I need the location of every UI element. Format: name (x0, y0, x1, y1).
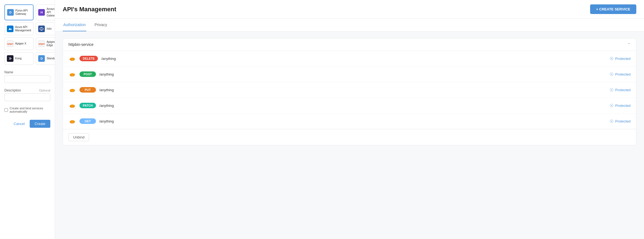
gateway-item-pyron[interactable]: D Pyron API Gateway (4, 4, 34, 20)
tabs-row: Authorization Privacy (55, 19, 644, 32)
endpoint-path-3: /anything (99, 104, 606, 108)
pyron-icon: D (7, 9, 14, 16)
cloud-icon-put (68, 86, 76, 94)
protected-badge-2: ☉ Protected (610, 87, 631, 93)
table-row: PATCH /anything ☉ Protected (63, 98, 636, 113)
apigee-x-icon: apigee (7, 40, 13, 47)
tab-privacy[interactable]: Privacy (94, 19, 108, 31)
service-card-header: httpbin-service ⌃ (63, 38, 636, 51)
shield-icon-1: ☉ (610, 72, 613, 77)
description-input[interactable] (4, 93, 50, 101)
table-row: GET /anything ☉ Protected (63, 113, 636, 129)
kong-icon (7, 55, 13, 62)
auto-bind-label: Create and bind services automatically (10, 107, 50, 113)
protected-label-4: Protected (615, 119, 631, 123)
gateway-label-amazon: Amazon API Gateway (46, 7, 55, 17)
endpoint-path-1: /anything (99, 72, 606, 76)
method-badge-put: PUT (79, 87, 96, 93)
auto-bind-checkbox[interactable] (4, 108, 8, 112)
cloud-icon-delete (68, 55, 76, 62)
method-badge-get: GET (79, 118, 96, 124)
svg-point-17 (70, 105, 75, 107)
shield-icon-4: ☉ (610, 119, 613, 124)
description-label: Description Optional (4, 88, 50, 92)
service-name: httpbin-service (68, 42, 93, 47)
standalone-icon: D (38, 55, 45, 62)
page-title: API's Management (63, 6, 116, 13)
gateway-label-pyron: Pyron API Gateway (15, 9, 31, 16)
left-panel: D Pyron API Gateway H Amazon API Gateway… (0, 0, 55, 239)
gateway-label-apigee-edge: Apigee Edge (46, 40, 55, 47)
protected-badge-0: ☉ Protected (610, 56, 631, 61)
name-label: Name (4, 70, 50, 74)
method-badge-delete: DELETE (79, 56, 98, 61)
cloud-icon-post (68, 70, 76, 78)
form-section: Name (4, 70, 50, 83)
azure-icon (7, 26, 13, 32)
unbind-button[interactable]: Unbind (68, 133, 89, 141)
gateway-item-standalone[interactable]: D Standalone (36, 52, 55, 65)
chevron-up-icon[interactable]: ⌃ (627, 42, 631, 47)
protected-badge-4: ☉ Protected (610, 119, 631, 124)
apigee-edge-icon: apigee (38, 40, 45, 47)
shield-icon-2: ☉ (610, 87, 613, 93)
gateway-label-azure: Azure API Management (15, 26, 31, 32)
table-row: POST /anything ☉ Protected (63, 66, 636, 82)
gateway-item-istio[interactable]: Istio (36, 23, 55, 35)
gateway-item-apigee-x[interactable]: apigee Apigee X (4, 37, 34, 50)
main-content: httpbin-service ⌃ DELETE /anything ☉ Pro… (55, 32, 644, 239)
checkbox-row: Create and bind services automatically (4, 107, 50, 113)
istio-icon (38, 26, 45, 32)
method-badge-patch: PATCH (79, 103, 96, 108)
description-section: Description Optional (4, 88, 50, 101)
service-card: httpbin-service ⌃ DELETE /anything ☉ Pro… (63, 38, 636, 145)
table-row: PUT /anything ☉ Protected (63, 82, 636, 98)
gateway-item-apigee-edge[interactable]: apigee Apigee Edge (36, 37, 55, 50)
cloud-icon-get (68, 117, 76, 125)
gateway-grid: D Pyron API Gateway H Amazon API Gateway… (4, 4, 50, 65)
shield-icon-3: ☉ (610, 103, 613, 108)
svg-point-21 (70, 120, 75, 123)
protected-label-0: Protected (615, 57, 631, 61)
gateway-label-istio: Istio (46, 27, 51, 30)
protected-badge-3: ☉ Protected (610, 103, 631, 108)
protected-badge-1: ☉ Protected (610, 72, 631, 77)
method-badge-post: POST (79, 71, 96, 77)
svg-point-9 (70, 73, 75, 76)
table-row: DELETE /anything ☉ Protected (63, 51, 636, 66)
cloud-icon-patch (68, 102, 76, 109)
gateway-label-apigee-x: Apigee X (15, 42, 26, 45)
protected-label-1: Protected (615, 72, 631, 76)
gateway-label-kong: Kong (15, 57, 21, 60)
gateway-item-azure[interactable]: Azure API Management (4, 23, 34, 35)
amazon-icon: H (38, 9, 45, 16)
form-actions: Cancel Create (4, 120, 50, 128)
gateway-item-kong[interactable]: Kong (4, 52, 34, 65)
endpoint-path-2: /anything (99, 88, 606, 92)
protected-label-3: Protected (615, 104, 631, 108)
create-service-button[interactable]: + CREATE SERVICE (590, 4, 636, 14)
tab-authorization[interactable]: Authorization (63, 19, 86, 31)
card-footer: Unbind (63, 129, 636, 145)
endpoint-path-0: /anything (101, 57, 606, 61)
create-button[interactable]: Create (30, 120, 50, 128)
svg-point-13 (70, 89, 75, 91)
name-input[interactable] (4, 75, 50, 83)
cancel-button[interactable]: Cancel (11, 120, 27, 128)
gateway-label-standalone: Standalone (46, 57, 55, 60)
shield-icon-0: ☉ (610, 56, 613, 61)
right-header: API's Management + CREATE SERVICE (55, 0, 644, 19)
gateway-item-amazon[interactable]: H Amazon API Gateway (36, 4, 55, 20)
right-panel: API's Management + CREATE SERVICE Author… (55, 0, 644, 239)
protected-label-2: Protected (615, 88, 631, 92)
endpoint-path-4: /anything (99, 119, 606, 123)
